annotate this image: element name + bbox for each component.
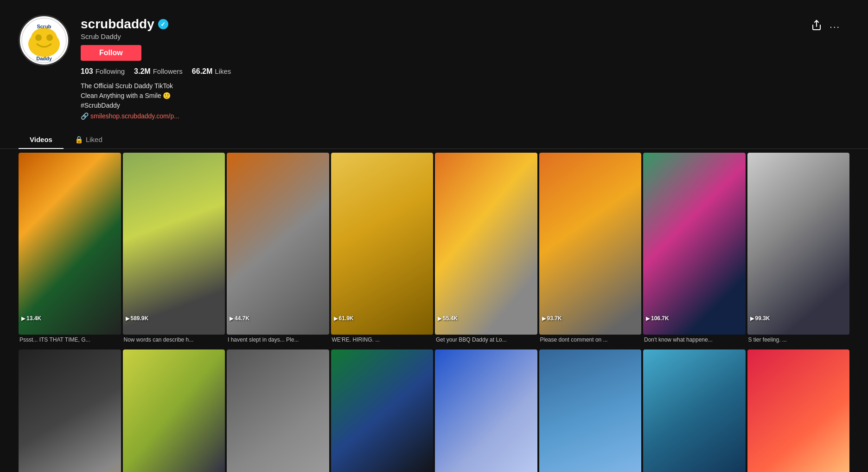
- video-item[interactable]: ▶106.7KDon't know what happene...: [643, 153, 746, 344]
- tab-videos[interactable]: Videos: [19, 131, 64, 149]
- view-count: 106.7K: [651, 315, 669, 322]
- profile-info: scrubdaddy Scrub Daddy Follow 103 Follow…: [81, 15, 849, 120]
- play-icon: ▶: [750, 316, 754, 322]
- view-count: 44.7K: [235, 315, 249, 322]
- video-item[interactable]: ▶2.5M"Insert poop joke here" ...: [435, 349, 537, 472]
- video-item[interactable]: ▶61.9KWE'RE. HIRING. ...: [331, 153, 434, 344]
- lock-icon: 🔒: [75, 136, 83, 143]
- username: scrubdaddy: [81, 17, 154, 32]
- view-count: 13.4K: [26, 315, 41, 322]
- video-caption: WE'RE. HIRING. ...: [331, 335, 434, 344]
- video-caption: Get your BBQ Daddy at Lo...: [435, 335, 537, 344]
- verified-badge: [158, 19, 168, 29]
- video-caption: S tier feeling. ...: [747, 335, 850, 344]
- tab-liked[interactable]: 🔒Liked: [64, 131, 114, 149]
- video-caption: Pssst... ITS THAT TIME, G...: [19, 335, 121, 344]
- following-stat: 103 Following: [81, 67, 125, 76]
- video-item[interactable]: ▶13.4KPssst... ITS THAT TIME, G...: [19, 153, 121, 344]
- link-icon: 🔗: [81, 112, 89, 120]
- svg-text:Scrub: Scrub: [37, 24, 51, 29]
- follow-button[interactable]: Follow: [81, 45, 141, 61]
- bio: The Official Scrub Daddy TikTok Clean An…: [81, 81, 849, 110]
- view-count: 55.4K: [443, 315, 458, 322]
- video-item[interactable]: ▶57.2KSuch a let down 🙁 ...: [19, 349, 121, 472]
- stats-row: 103 Following 3.2M Followers 66.2M Likes: [81, 67, 849, 76]
- svg-point-3: [35, 34, 42, 41]
- video-item[interactable]: ▶708.8KDon't pass away this grillin...: [227, 349, 329, 472]
- video-item[interactable]: ▶44.7KI havent slept in days... Ple...: [227, 153, 329, 344]
- likes-stat: 66.2M Likes: [192, 67, 231, 76]
- svg-point-4: [46, 34, 53, 41]
- share-icon[interactable]: [811, 19, 822, 33]
- video-item[interactable]: ▶93.7KPlease dont comment on ...: [539, 153, 642, 344]
- more-options-icon[interactable]: ···: [830, 21, 840, 32]
- view-count: 99.3K: [755, 315, 770, 322]
- bio-line1: The Official Scrub Daddy TikTok: [81, 81, 849, 91]
- video-item[interactable]: ▶55.4KGet your BBQ Daddy at Lo...: [435, 153, 537, 344]
- tabs: Videos 🔒Liked: [0, 131, 868, 149]
- play-icon: ▶: [646, 316, 650, 322]
- play-icon: ▶: [126, 316, 129, 322]
- bio-line3: #ScrubDaddy: [81, 101, 849, 110]
- video-item[interactable]: ▶363.3KDon't let them get away wi...: [747, 349, 850, 472]
- video-item[interactable]: ▶589.9KNow words can describe h...: [123, 153, 225, 344]
- video-caption: I havent slept in days... Ple...: [227, 335, 329, 344]
- video-caption: Please dont comment on ...: [539, 335, 642, 344]
- view-count: 61.9K: [339, 315, 354, 322]
- play-icon: ▶: [334, 316, 338, 322]
- view-count: 589.9K: [131, 315, 149, 322]
- avatar: Scrub Daddy: [19, 15, 70, 66]
- video-item[interactable]: ▶279KWE'RE GOIN GLOBAL BAB...: [331, 349, 434, 472]
- play-icon: ▶: [438, 316, 441, 322]
- video-item[interactable]: ▶109.1KLove my job 🤩 ...: [123, 349, 225, 472]
- play-icon: ▶: [542, 316, 546, 322]
- video-item[interactable]: ▶99.3KS tier feeling. ...: [747, 153, 850, 344]
- video-caption: Don't know what happene...: [643, 335, 746, 344]
- actions-row: ···: [811, 19, 840, 33]
- followers-stat: 3.2M Followers: [134, 67, 183, 76]
- svg-text:Daddy: Daddy: [36, 56, 52, 61]
- svg-point-2: [31, 28, 57, 48]
- videos-grid-row1: ▶13.4KPssst... ITS THAT TIME, G...▶589.9…: [0, 151, 868, 346]
- bio-line2: Clean Anything with a Smile 🙂: [81, 91, 849, 101]
- videos-grid-row2: ▶57.2KSuch a let down 🙁 ...▶109.1KLove m…: [0, 348, 868, 472]
- display-name: Scrub Daddy: [81, 32, 849, 40]
- profile-link[interactable]: 🔗 smileshop.scrubdaddy.com/p...: [81, 112, 849, 120]
- video-caption: Now words can describe h...: [123, 335, 225, 344]
- view-count: 93.7K: [547, 315, 562, 322]
- play-icon: ▶: [230, 316, 233, 322]
- video-item[interactable]: ▶148.1KIf you can make the butterf...: [539, 349, 642, 472]
- video-item[interactable]: ▶143KIts that time again, folks! G...: [643, 349, 746, 472]
- play-icon: ▶: [21, 316, 25, 322]
